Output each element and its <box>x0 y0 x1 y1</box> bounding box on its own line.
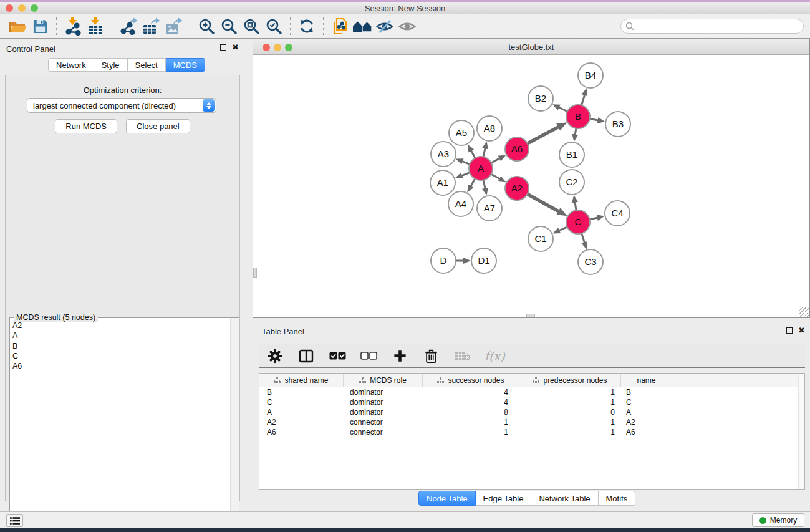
table-cell[interactable]: 4 <box>423 387 519 397</box>
table-cell[interactable]: 1 <box>423 427 519 437</box>
tab-select[interactable]: Select <box>128 58 166 72</box>
mcds-result-scrollbar[interactable] <box>230 318 239 532</box>
import-table-button[interactable] <box>84 16 107 37</box>
tab-node-table[interactable]: Node Table <box>418 491 476 506</box>
hide-all-columns-button[interactable] <box>360 346 377 367</box>
table-cell[interactable]: 8 <box>423 407 519 417</box>
tab-edge-table[interactable]: Edge Table <box>476 491 532 506</box>
window-resize-grip[interactable] <box>799 307 809 317</box>
table-cell[interactable]: 1 <box>423 417 519 427</box>
refresh-layout-button[interactable] <box>296 16 318 37</box>
table-cell[interactable]: 0 <box>519 407 621 417</box>
graph-node-B4[interactable]: B4 <box>578 63 603 88</box>
panel-collapse-handle[interactable] <box>253 268 257 278</box>
close-panel-button[interactable]: Close panel <box>126 119 190 133</box>
hide-network-button[interactable] <box>374 16 396 37</box>
table-cell[interactable]: C <box>259 397 344 407</box>
float-panel-icon[interactable] <box>786 327 793 334</box>
table-scrollbar[interactable] <box>798 374 804 489</box>
graph-node-D[interactable]: D <box>431 248 456 273</box>
table-cell[interactable]: A2 <box>621 417 672 427</box>
table-cell[interactable]: A6 <box>621 427 672 437</box>
open-session-button[interactable] <box>6 16 29 37</box>
delete-column-button[interactable] <box>422 346 440 367</box>
graph-node-B1[interactable]: B1 <box>559 142 584 167</box>
tab-mcds[interactable]: MCDS <box>166 58 205 72</box>
tab-network-table[interactable]: Network Table <box>531 491 598 506</box>
float-panel-icon[interactable] <box>220 44 226 51</box>
graph-node-C2[interactable]: C2 <box>559 170 584 195</box>
network-window-titlebar[interactable]: testGlobe.txt <box>253 39 809 55</box>
column-header-predecessor-nodes[interactable]: predecessor nodes <box>519 374 621 387</box>
table-cell[interactable]: A6 <box>259 427 344 437</box>
split-view-button[interactable] <box>297 346 315 367</box>
graph-node-C1[interactable]: C1 <box>528 226 553 251</box>
table-cell[interactable]: C <box>621 397 672 407</box>
mcds-result-item[interactable]: B <box>10 341 230 351</box>
column-header-successor-nodes[interactable]: successor nodes <box>423 374 519 387</box>
graph-node-A2[interactable]: A2 <box>505 177 529 200</box>
table-row[interactable]: A2connector11A2 <box>259 417 804 427</box>
tab-network[interactable]: Network <box>48 58 94 72</box>
export-image-button[interactable] <box>162 16 185 37</box>
mcds-result-item[interactable]: A <box>10 331 230 341</box>
table-cell[interactable]: connector <box>344 427 423 437</box>
graph-node-B2[interactable]: B2 <box>528 86 553 111</box>
table-cell[interactable]: connector <box>344 417 423 427</box>
create-column-button[interactable] <box>391 346 408 367</box>
show-all-columns-button[interactable] <box>329 346 346 367</box>
table-row[interactable]: Adominator80A <box>259 407 804 417</box>
table-cell[interactable]: 1 <box>519 427 621 437</box>
tab-motifs[interactable]: Motifs <box>599 491 636 506</box>
table-cell[interactable]: B <box>621 387 672 397</box>
graph-node-C3[interactable]: C3 <box>578 249 603 274</box>
export-network-button[interactable] <box>117 16 140 37</box>
network-canvas[interactable]: B4B2BB3A8A5A6A3B1AA1C2A2A4A7C4CC1DD1C3 <box>253 56 809 317</box>
graph-node-A7[interactable]: A7 <box>477 196 502 221</box>
close-panel-icon[interactable]: ✖ <box>798 327 805 334</box>
table-cell[interactable]: dominator <box>344 407 423 417</box>
zoom-selected-button[interactable] <box>263 16 285 37</box>
graph-node-A8[interactable]: A8 <box>477 116 502 141</box>
mcds-result-item[interactable]: C <box>10 351 230 361</box>
zoom-in-button[interactable] <box>195 16 218 37</box>
column-header-name[interactable]: name <box>621 374 672 387</box>
zoom-fit-button[interactable] <box>240 16 263 37</box>
search-input[interactable] <box>634 20 803 32</box>
close-panel-icon[interactable]: ✖ <box>232 44 239 51</box>
graph-node-C4[interactable]: C4 <box>605 201 630 226</box>
table-cell[interactable]: dominator <box>344 397 423 407</box>
duplicate-network-button[interactable] <box>329 16 351 37</box>
table-cell[interactable]: 4 <box>423 397 519 407</box>
mcds-result-item[interactable]: A6 <box>10 361 230 371</box>
graph-node-B3[interactable]: B3 <box>605 112 630 137</box>
graph-node-A4[interactable]: A4 <box>448 191 473 216</box>
delete-table-button[interactable] <box>453 346 471 367</box>
table-cell[interactable]: B <box>259 387 344 397</box>
table-cell[interactable]: A <box>621 407 672 417</box>
show-panels-button[interactable] <box>6 514 23 527</box>
table-cell[interactable]: 1 <box>519 387 621 397</box>
zoom-out-button[interactable] <box>218 16 240 37</box>
mcds-result-item[interactable]: A2 <box>10 321 230 331</box>
table-cell[interactable]: A <box>259 407 344 417</box>
panel-collapse-handle[interactable] <box>526 314 535 317</box>
column-header-shared-name[interactable]: shared name <box>259 374 344 387</box>
graph-node-C[interactable]: C <box>566 210 590 234</box>
column-header-MCDS-role[interactable]: MCDS role <box>344 374 423 387</box>
save-session-button[interactable] <box>29 16 51 37</box>
table-row[interactable]: A6connector11A6 <box>259 427 804 437</box>
import-network-button[interactable] <box>62 16 84 37</box>
graph-node-A5[interactable]: A5 <box>449 120 474 145</box>
function-builder-button[interactable]: f(x) <box>485 346 505 367</box>
table-settings-button[interactable] <box>266 346 284 367</box>
show-network-button[interactable] <box>396 16 418 37</box>
table-cell[interactable]: 1 <box>519 417 621 427</box>
memory-button[interactable]: Memory <box>752 513 804 527</box>
table-cell[interactable]: 1 <box>519 397 621 407</box>
tab-style[interactable]: Style <box>94 58 128 72</box>
graph-node-A3[interactable]: A3 <box>431 142 456 167</box>
graph-node-B[interactable]: B <box>566 105 590 128</box>
run-mcds-button[interactable]: Run MCDS <box>55 119 117 133</box>
table-cell[interactable]: dominator <box>344 387 423 397</box>
